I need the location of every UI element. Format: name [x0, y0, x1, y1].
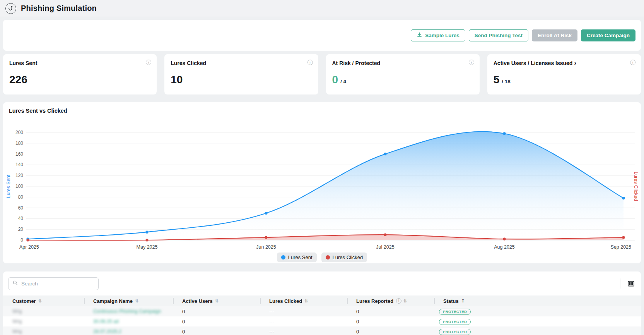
campaigns-table: Customer ⇅ Campaign Name ⇅ Active Users …: [3, 295, 641, 335]
stat-card-lures-sent: Lures Sent i 226: [3, 54, 157, 94]
stat-cards-row: Lures Sent i 226 Lures Clicked i 10 At R…: [3, 54, 641, 94]
svg-text:Lures Sent: Lures Sent: [6, 174, 11, 198]
svg-text:60: 60: [18, 205, 24, 211]
chevron-right-icon: ›: [574, 60, 576, 66]
svg-text:Jun 2025: Jun 2025: [256, 244, 276, 250]
stat-title: At Risk / Protected: [332, 60, 380, 66]
svg-text:120: 120: [15, 173, 23, 178]
svg-text:100: 100: [15, 184, 23, 189]
enroll-at-risk-label: Enroll At Risk: [538, 33, 572, 38]
sort-icon: ⇅: [135, 299, 138, 304]
info-icon[interactable]: i: [396, 298, 401, 304]
search-box[interactable]: [8, 277, 99, 290]
stat-value: 226: [9, 74, 27, 86]
column-label: Active Users: [182, 298, 213, 304]
column-label: Lures Reported: [356, 298, 393, 304]
legend-dot-red: [326, 255, 330, 259]
customer-cell-redacted: Wrig: [3, 309, 84, 314]
stat-value: 10: [171, 74, 183, 86]
stat-card-active-users-licenses: Active Users / Licenses Issued › i 5 / 1…: [487, 54, 641, 94]
stat-value: 5: [494, 74, 500, 86]
svg-text:140: 140: [15, 162, 23, 167]
svg-text:40: 40: [18, 216, 24, 221]
lures-clicked-cell: ---: [260, 309, 347, 314]
campaign-link-redacted[interactable]: 28.07.2025.2: [84, 329, 173, 334]
enroll-at-risk-button[interactable]: Enroll At Risk: [532, 29, 577, 41]
lures-line-chart[interactable]: 020406080100120140160180200Apr 2025May 2…: [3, 115, 641, 252]
column-label: Campaign Name: [93, 298, 133, 304]
lures-clicked-cell: ---: [260, 319, 347, 325]
table-toolbar: [3, 271, 641, 295]
sample-lures-button[interactable]: Sample Lures: [411, 29, 465, 41]
lures-clicked-cell: ---: [260, 329, 347, 335]
campaign-link-redacted[interactable]: Continuous Phishing Campaign: [84, 309, 173, 314]
svg-text:Apr 2025: Apr 2025: [19, 244, 39, 250]
legend-item-lures-clicked[interactable]: Lures Clicked: [321, 253, 367, 262]
info-icon[interactable]: i: [469, 60, 474, 65]
create-campaign-button[interactable]: Create Campaign: [581, 29, 635, 41]
lures-reported-cell: 0: [347, 319, 434, 325]
column-header-customer[interactable]: Customer ⇅: [3, 295, 84, 306]
stat-card-at-risk-protected: At Risk / Protected i 0 / 4: [326, 54, 480, 94]
column-settings-icon[interactable]: [626, 278, 636, 289]
column-header-lures-reported[interactable]: Lures Reported i ⇅: [347, 295, 434, 306]
stat-title: Lures Clicked: [171, 60, 206, 66]
table-row[interactable]: Wrig Continuous Phishing Campaign 0 --- …: [3, 306, 641, 316]
divider: [620, 278, 620, 289]
campaigns-table-card: Customer ⇅ Campaign Name ⇅ Active Users …: [3, 271, 641, 335]
legend-item-lures-sent[interactable]: Lures Sent: [277, 253, 317, 262]
column-header-campaign-name[interactable]: Campaign Name ⇅: [84, 295, 173, 306]
chart-title: Lures Sent vs Clicked: [3, 108, 641, 114]
svg-text:20: 20: [18, 227, 24, 232]
customer-cell-redacted: Wrig: [3, 329, 84, 334]
svg-text:Jul 2025: Jul 2025: [376, 244, 394, 250]
campaign-link-redacted[interactable]: 30.08.25 ad: [84, 319, 173, 324]
sort-icon: ⇅: [403, 299, 407, 304]
svg-text:200: 200: [15, 130, 23, 135]
sort-icon: ⇅: [215, 299, 219, 304]
page-title: Phishing Simulation: [21, 4, 97, 13]
stat-card-lures-clicked: Lures Clicked i 10: [164, 54, 318, 94]
column-header-active-users[interactable]: Active Users ⇅: [173, 295, 260, 306]
stat-value: 0: [332, 74, 338, 86]
column-label: Status: [443, 298, 459, 304]
lures-chart-card: Lures Sent vs Clicked 020406080100120140…: [3, 102, 641, 263]
table-row[interactable]: Wrig 30.08.25 ad 0 --- 0 PROTECTED: [3, 316, 641, 326]
sort-icon-active: ↑: [461, 298, 465, 304]
table-row[interactable]: Wrig 28.07.2025.2 0 --- 0 PROTECTED: [3, 326, 641, 335]
stat-suffix: / 4: [340, 79, 346, 84]
legend-dot-blue: [281, 255, 285, 259]
action-toolbar: Sample Lures Send Phishing Test Enroll A…: [3, 20, 641, 51]
svg-text:180: 180: [15, 141, 23, 146]
fish-hook-icon: [5, 3, 16, 14]
info-icon[interactable]: i: [307, 60, 313, 65]
send-phishing-test-button[interactable]: Send Phishing Test: [469, 29, 528, 41]
app-header: Phishing Simulation: [0, 0, 644, 17]
svg-text:160: 160: [15, 151, 23, 157]
active-users-cell: 0: [173, 319, 260, 325]
stat-title-link[interactable]: Active Users / Licenses Issued ›: [494, 60, 635, 66]
stat-title: Lures Sent: [9, 60, 37, 66]
chart-legend: Lures Sent Lures Clicked: [3, 253, 641, 262]
sample-lures-label: Sample Lures: [425, 33, 460, 38]
svg-text:Lures Clicked: Lures Clicked: [633, 172, 639, 201]
customer-cell-redacted: Wrig: [3, 319, 84, 324]
stat-title: Active Users / Licenses Issued: [494, 60, 573, 66]
column-header-status[interactable]: Status ↑: [434, 295, 641, 306]
svg-text:Aug 2025: Aug 2025: [494, 244, 515, 250]
column-label: Lures Clicked: [269, 298, 302, 304]
download-icon: [417, 32, 422, 39]
lures-reported-cell: 0: [347, 329, 434, 335]
status-badge: PROTECTED: [439, 309, 471, 315]
create-campaign-label: Create Campaign: [587, 33, 630, 38]
search-icon: [12, 280, 18, 287]
info-icon[interactable]: i: [630, 60, 635, 65]
svg-text:0: 0: [20, 237, 23, 243]
svg-text:May 2025: May 2025: [137, 244, 158, 250]
svg-text:80: 80: [18, 194, 24, 200]
stat-suffix: / 18: [502, 79, 511, 84]
sort-icon: ⇅: [304, 299, 308, 304]
table-header-row: Customer ⇅ Campaign Name ⇅ Active Users …: [3, 295, 641, 306]
column-header-lures-clicked[interactable]: Lures Clicked ⇅: [260, 295, 347, 306]
search-input[interactable]: [21, 281, 87, 287]
